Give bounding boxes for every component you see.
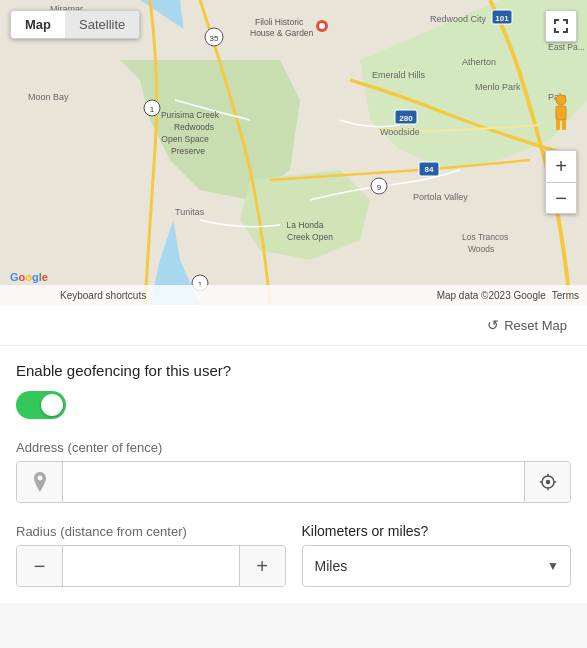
geofencing-label: Enable geofencing for this user? <box>16 362 571 379</box>
address-pin-icon <box>17 462 63 502</box>
svg-text:Los Trancos: Los Trancos <box>462 232 508 242</box>
radius-decrement-button[interactable]: − <box>17 546 63 586</box>
map-background: Miramar Moon Bay Tunitas Purisima Creek … <box>0 0 587 305</box>
map-container[interactable]: Miramar Moon Bay Tunitas Purisima Creek … <box>0 0 587 305</box>
svg-text:Woodside: Woodside <box>380 127 420 137</box>
satellite-tab[interactable]: Satellite <box>65 11 139 38</box>
zoom-out-button[interactable]: − <box>545 182 577 214</box>
svg-text:Purisima Creek: Purisima Creek <box>161 110 220 120</box>
svg-text:Redwoods: Redwoods <box>174 122 214 132</box>
map-data-attribution: Map data ©2023 Google <box>437 290 546 301</box>
zoom-controls[interactable]: + − <box>545 150 577 214</box>
svg-text:East Pa...: East Pa... <box>548 42 585 52</box>
svg-point-42 <box>319 23 325 29</box>
fullscreen-button[interactable] <box>545 10 577 42</box>
svg-text:35: 35 <box>210 34 219 43</box>
fullscreen-icon <box>553 18 569 34</box>
address-label: Address (center of fence) <box>16 439 571 455</box>
svg-text:Emerald Hills: Emerald Hills <box>372 70 426 80</box>
svg-text:House & Garden: House & Garden <box>250 28 314 38</box>
reset-row: ↺ Reset Map <box>0 305 587 346</box>
svg-text:La Honda: La Honda <box>287 220 324 230</box>
address-locate-button[interactable] <box>524 462 570 502</box>
address-input-row <box>16 461 571 503</box>
radius-label: Radius (distance from center) <box>16 523 286 539</box>
svg-text:Creek Open: Creek Open <box>287 232 333 242</box>
pegman-icon <box>549 94 573 134</box>
svg-text:Atherton: Atherton <box>462 57 496 67</box>
radius-value-input[interactable] <box>63 546 239 586</box>
reset-map-label: Reset Map <box>504 318 567 333</box>
radius-increment-button[interactable]: + <box>239 546 285 586</box>
svg-text:101: 101 <box>495 14 509 23</box>
map-footer-shortcuts[interactable]: Keyboard shortcuts <box>60 285 146 305</box>
svg-rect-44 <box>556 106 566 120</box>
address-input[interactable] <box>63 462 524 502</box>
zoom-in-button[interactable]: + <box>545 150 577 182</box>
svg-text:1: 1 <box>150 105 155 114</box>
svg-text:Preserve: Preserve <box>171 146 205 156</box>
google-logo: Google <box>10 271 48 283</box>
reset-map-button[interactable]: ↺ Reset Map <box>479 313 575 337</box>
svg-text:Woods: Woods <box>468 244 494 254</box>
map-satellite-toggle[interactable]: Map Satellite <box>10 10 140 39</box>
svg-text:Filoli Historic: Filoli Historic <box>255 17 304 27</box>
units-select-wrapper: Kilometers Miles ▼ <box>302 545 572 587</box>
controls-area: ↺ Reset Map Enable geofencing for this u… <box>0 305 587 603</box>
reset-map-icon: ↺ <box>487 317 499 333</box>
map-footer: Keyboard shortcuts Map data ©2023 Google… <box>0 285 587 305</box>
radius-input-row: − + <box>16 545 286 587</box>
geofencing-toggle[interactable] <box>16 391 66 419</box>
svg-rect-46 <box>562 120 566 130</box>
units-group: Kilometers or miles? Kilometers Miles ▼ <box>302 523 572 587</box>
svg-text:280: 280 <box>399 114 413 123</box>
units-select[interactable]: Kilometers Miles <box>302 545 572 587</box>
svg-text:9: 9 <box>377 183 382 192</box>
address-section: Address (center of fence) <box>0 431 587 511</box>
toggle-slider <box>16 391 66 419</box>
units-label: Kilometers or miles? <box>302 523 572 539</box>
svg-text:Redwood City: Redwood City <box>430 14 487 24</box>
svg-text:Tunitas: Tunitas <box>175 207 205 217</box>
svg-point-48 <box>545 480 550 485</box>
map-tab[interactable]: Map <box>11 11 65 38</box>
svg-text:Open Space: Open Space <box>161 134 209 144</box>
pegman-button[interactable] <box>545 90 577 138</box>
svg-point-43 <box>556 95 566 105</box>
terms-link[interactable]: Terms <box>552 290 579 301</box>
svg-text:84: 84 <box>425 165 434 174</box>
svg-text:Menlo Park: Menlo Park <box>475 82 521 92</box>
geofencing-section: Enable geofencing for this user? <box>0 346 587 431</box>
svg-text:Moon Bay: Moon Bay <box>28 92 69 102</box>
radius-group: Radius (distance from center) − + <box>16 523 286 587</box>
svg-rect-45 <box>556 120 560 130</box>
svg-text:Portola Valley: Portola Valley <box>413 192 468 202</box>
radius-row: Radius (distance from center) − + Kilome… <box>0 511 587 603</box>
